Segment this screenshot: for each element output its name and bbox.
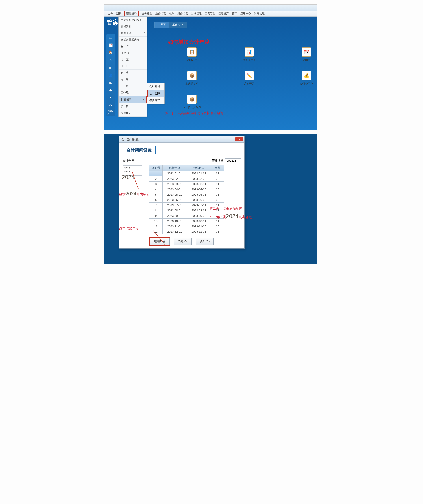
dashboard-tile[interactable]: 📦应付费用分配单 (172, 95, 212, 109)
sidebar-icon[interactable]: ▥ (109, 66, 112, 69)
table-cell: 10 (149, 218, 163, 224)
menubar-item[interactable]: 基础资料 (125, 11, 139, 16)
dialog-titlebar[interactable]: 会计期间设置 ✕ (119, 136, 244, 143)
dropdown-item[interactable]: 存货资料 (119, 23, 147, 30)
table-cell: 4 (149, 187, 163, 192)
dropdown-item[interactable]: 客 户 (119, 43, 147, 50)
table-row[interactable]: 32023-03-012023-03-3131 (149, 181, 224, 187)
submenu-item[interactable]: 会计科目 (147, 83, 164, 90)
table-cell: 31 (211, 229, 224, 234)
dropdown-item[interactable]: 基础资料规则设置 (119, 17, 147, 23)
ok-button[interactable]: 确定(O) (174, 238, 192, 245)
table-row[interactable]: 122023-12-012023-12-3131 (149, 229, 224, 234)
menubar-item[interactable]: 文件 (108, 12, 113, 15)
close-icon[interactable]: ✕ (235, 138, 243, 141)
table-cell: 2023-07-31 (187, 203, 211, 208)
close-button[interactable]: 关闭(C) (196, 238, 214, 245)
dropdown-item[interactable]: 工 序 (119, 83, 147, 90)
dropdown-item[interactable]: 供 应 商 (119, 50, 147, 56)
submenu-item[interactable]: 会计期间 (147, 90, 164, 97)
sidebar-icon[interactable]: ◆ (109, 88, 112, 92)
menubar-item[interactable]: 常用功能 (254, 12, 265, 15)
dropdown-item[interactable]: 财务资料 (119, 96, 147, 103)
table-cell: 30 (211, 197, 224, 203)
menubar-item[interactable]: 业务处理 (142, 12, 152, 15)
table-row[interactable]: 112023-11-012023-11-3030 (149, 224, 224, 229)
annotation-2024-text: 2024 (126, 191, 136, 196)
sidebar-icon[interactable]: 🏷 (109, 36, 112, 39)
table-cell: 2023-06-30 (187, 197, 211, 203)
menubar-item[interactable]: 工资管理 (205, 12, 215, 15)
table-header: 结账日期 (187, 165, 211, 171)
annotation-click-add: 点击增加年度 (119, 227, 139, 231)
dashboard-tile[interactable]: 📊估价入库单 (229, 47, 269, 62)
menubar-item[interactable]: 出纳管理 (191, 12, 202, 15)
menubar-item[interactable]: 应用中心 (240, 12, 251, 15)
table-cell: 2 (149, 176, 163, 181)
table-cell: 2023-11-30 (187, 224, 211, 229)
menubar-item[interactable]: 固定资产 (218, 12, 229, 15)
table-cell: 31 (211, 171, 224, 176)
tile-label: 采购开票 (244, 82, 254, 86)
menubar-item[interactable]: 总账 (169, 12, 174, 15)
dropdown-item[interactable]: 售价管理 (119, 30, 147, 36)
screenshot-main-window: 文件期初基础资料业务处理业务报表总账财务报表出纳管理工资管理固定资产窗口应用中心… (103, 4, 317, 130)
dropdown-item[interactable]: 部 门 (119, 63, 147, 70)
dropdown-item[interactable]: 常用摘要 (119, 110, 147, 117)
app-body: 管家婆 🏷 📈 🏠 ↻ ▥ 👤 ▦ ◆ ✕ ⚙ 更多应用 主界面工作台✕ 基础资… (104, 17, 317, 130)
sidebar-icon[interactable]: ✕ (109, 96, 112, 99)
table-cell: 2023-12-01 (163, 229, 187, 234)
table-cell: 2023-09-30 (187, 213, 211, 218)
open-period-select[interactable]: 202211 (225, 158, 241, 163)
dropdown-item[interactable]: 仓 库 (119, 76, 147, 83)
dashboard-tile[interactable]: 💰应付费用单 (287, 71, 317, 86)
sidebar-icon[interactable]: ⚙ (109, 103, 112, 107)
tile-label: 采购退货单 (185, 82, 199, 86)
dropdown-item[interactable]: 工作组 (119, 90, 147, 96)
workspace-tab[interactable]: 主界面 (154, 22, 169, 28)
dialog-heading: 会计期间设置 (123, 146, 156, 154)
table-row[interactable]: 12023-01-012023-01-3131 (149, 171, 224, 176)
sidebar-icon[interactable]: 🏠 (109, 51, 112, 54)
table-row[interactable]: 22023-02-012023-02-2828 (149, 176, 224, 181)
menubar-item[interactable]: 窗口 (232, 12, 237, 15)
table-cell: 2023-01-31 (187, 171, 211, 176)
dashboard-tile[interactable]: 📋采购订单 (172, 47, 212, 62)
sidebar-icon[interactable]: ▦ (109, 81, 112, 84)
workspace-tab[interactable]: 工作台✕ (169, 22, 187, 28)
dashboard-tile[interactable]: ✏️采购开票 (229, 71, 269, 86)
year-item[interactable]: 2022 (124, 167, 140, 170)
menubar-item[interactable]: 期初 (116, 12, 121, 15)
table-row[interactable]: 42023-04-012023-04-3030 (149, 187, 224, 192)
table-header: 期间号 (149, 165, 163, 171)
menubar-item[interactable]: 财务报表 (177, 12, 188, 15)
tab-close-icon[interactable]: ✕ (181, 23, 184, 26)
table-row[interactable]: 62023-06-012023-06-3030 (149, 197, 224, 203)
sidebar-more-icon[interactable]: 更多应用 (107, 111, 114, 114)
tile-label: 采购订单 (187, 58, 197, 62)
workspace-tabs: 主界面工作台✕ (154, 22, 187, 28)
dropdown-item[interactable]: 存货数量采购价 (119, 36, 147, 43)
table-cell: 2023-10-31 (187, 218, 211, 224)
tile-icon: 📋 (187, 47, 197, 57)
sidebar-icon[interactable]: 👤 (109, 73, 112, 77)
annotation-step2-click-ok: 点击确定 (239, 215, 252, 219)
dashboard-tile[interactable]: 📦采购退货单 (172, 71, 212, 86)
sidebar-icon[interactable]: ↻ (109, 58, 112, 62)
table-cell: 28 (211, 176, 224, 181)
menubar-item[interactable]: 业务报表 (155, 12, 166, 15)
dropdown-item[interactable]: 项 目 (119, 103, 147, 110)
table-cell: 2023-10-01 (163, 218, 187, 224)
dashboard-tile[interactable]: 📅采购单 (287, 47, 317, 62)
table-cell: 8 (149, 208, 163, 213)
table-row[interactable]: 52023-05-012023-05-3131 (149, 192, 224, 197)
add-year-button[interactable]: 增加年度 (150, 238, 170, 245)
submenu-item[interactable]: 结算方式 (147, 97, 164, 104)
table-cell: 2023-06-01 (163, 197, 187, 203)
dropdown-item[interactable]: 职 员 (119, 70, 147, 76)
table-cell: 2023-07-01 (163, 203, 187, 208)
tile-icon: ✏️ (245, 71, 254, 80)
sidebar-icon[interactable]: 📈 (109, 43, 112, 47)
dropdown-item[interactable]: 地 区 (119, 56, 147, 63)
table-cell: 5 (149, 192, 163, 197)
